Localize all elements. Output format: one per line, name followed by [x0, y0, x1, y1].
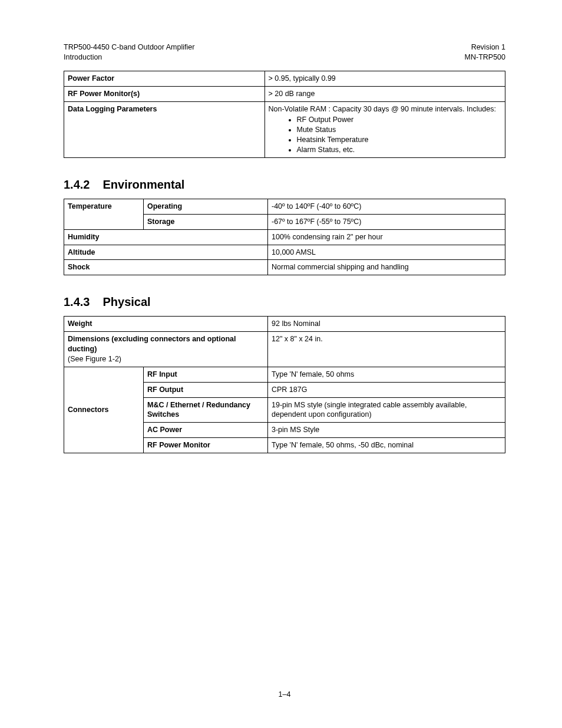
list-item: Heatsink Temperature [297, 135, 502, 145]
header-left: TRP500-4450 C-band Outdoor Amplifier Int… [64, 42, 194, 62]
label-dimensions: Dimensions (excluding connectors and opt… [64, 332, 268, 367]
value-conn-rf-output: CPR 187G [268, 382, 505, 397]
label-temperature: Temperature [64, 199, 144, 229]
value-altitude: 10,000 AMSL [268, 245, 505, 260]
value-power-factor: > 0.95, typically 0.99 [265, 71, 505, 86]
table-row: Dimensions (excluding connectors and opt… [64, 332, 505, 367]
data-logging-list: RF Output Power Mute Status Heatsink Tem… [269, 115, 502, 155]
heading-title: Environmental [103, 178, 184, 191]
value-conn-rf-input: Type 'N' female, 50 ohms [268, 367, 505, 382]
page-footer: 1–4 [64, 690, 505, 699]
list-item: Alarm Status, etc. [297, 145, 502, 155]
spec-table-environmental: Temperature Operating -40º to 140ºF (-40… [64, 199, 505, 275]
heading-title: Physical [103, 295, 150, 308]
label-temp-storage: Storage [144, 214, 268, 229]
label-conn-ac-power: AC Power [144, 423, 268, 438]
value-shock: Normal commercial shipping and handling [268, 260, 505, 275]
list-item: RF Output Power [297, 115, 502, 125]
value-weight: 92 lbs Nominal [268, 317, 505, 332]
header-right: Revision 1 MN-TRP500 [465, 42, 505, 62]
header-product: TRP500-4450 C-band Outdoor Amplifier [64, 42, 194, 52]
table-row: Power Factor > 0.95, typically 0.99 [64, 71, 505, 86]
page: TRP500-4450 C-band Outdoor Amplifier Int… [0, 0, 562, 728]
spec-table-top: Power Factor > 0.95, typically 0.99 RF P… [64, 71, 505, 158]
heading-num: 1.4.3 [64, 295, 90, 309]
heading-environmental: 1.4.2Environmental [64, 178, 505, 192]
label-humidity: Humidity [64, 229, 268, 245]
label-rf-monitor: RF Power Monitor(s) [64, 86, 265, 101]
label-shock: Shock [64, 260, 268, 275]
value-humidity: 100% condensing rain 2" per hour [268, 229, 505, 245]
header-revision: Revision 1 [465, 42, 505, 52]
table-row: Connectors RF Input Type 'N' female, 50 … [64, 367, 505, 382]
table-row: Altitude 10,000 AMSL [64, 245, 505, 260]
label-conn-rf-input: RF Input [144, 367, 268, 382]
value-rf-monitor: > 20 dB range [265, 86, 505, 101]
label-weight: Weight [64, 317, 268, 332]
data-logging-lead: Non-Volatile RAM : Capacity 30 days @ 90… [269, 105, 496, 113]
table-row: Data Logging Parameters Non-Volatile RAM… [64, 101, 505, 157]
label-power-factor: Power Factor [64, 71, 265, 86]
table-row: Weight 92 lbs Nominal [64, 317, 505, 332]
label-conn-mc: M&C / Ethernet / Redundancy Switches [144, 397, 268, 423]
table-row: Shock Normal commercial shipping and han… [64, 260, 505, 275]
value-dimensions: 12" x 8" x 24 in. [268, 332, 505, 367]
label-conn-rf-output: RF Output [144, 382, 268, 397]
page-header: TRP500-4450 C-band Outdoor Amplifier Int… [64, 42, 505, 62]
heading-num: 1.4.2 [64, 178, 90, 192]
label-temp-operating: Operating [144, 199, 268, 214]
table-row: Temperature Operating -40º to 140ºF (-40… [64, 199, 505, 214]
label-conn-rf-mon: RF Power Monitor [144, 438, 268, 453]
value-temp-operating: -40º to 140ºF (-40º to 60ºC) [268, 199, 505, 214]
table-row: RF Power Monitor(s) > 20 dB range [64, 86, 505, 101]
dimensions-label-ref: (See Figure 1-2) [68, 355, 121, 363]
value-conn-ac-power: 3-pin MS Style [268, 423, 505, 438]
header-docno: MN-TRP500 [465, 52, 505, 62]
table-row: Humidity 100% condensing rain 2" per hou… [64, 229, 505, 245]
spec-table-physical: Weight 92 lbs Nominal Dimensions (exclud… [64, 316, 505, 453]
label-connectors: Connectors [64, 367, 144, 453]
heading-physical: 1.4.3Physical [64, 295, 505, 309]
label-altitude: Altitude [64, 245, 268, 260]
value-conn-rf-mon: Type 'N' female, 50 ohms, -50 dBc, nomin… [268, 438, 505, 453]
list-item: Mute Status [297, 125, 502, 135]
value-data-logging: Non-Volatile RAM : Capacity 30 days @ 90… [265, 101, 505, 157]
value-temp-storage: -67º to 167ºF (-55º to 75ºC) [268, 214, 505, 229]
value-conn-mc: 19-pin MS style (single integrated cable… [268, 397, 505, 423]
label-data-logging: Data Logging Parameters [64, 101, 265, 157]
page-number: 1–4 [279, 690, 291, 699]
header-section: Introduction [64, 52, 194, 62]
dimensions-label-bold: Dimensions (excluding connectors and opt… [68, 335, 236, 353]
